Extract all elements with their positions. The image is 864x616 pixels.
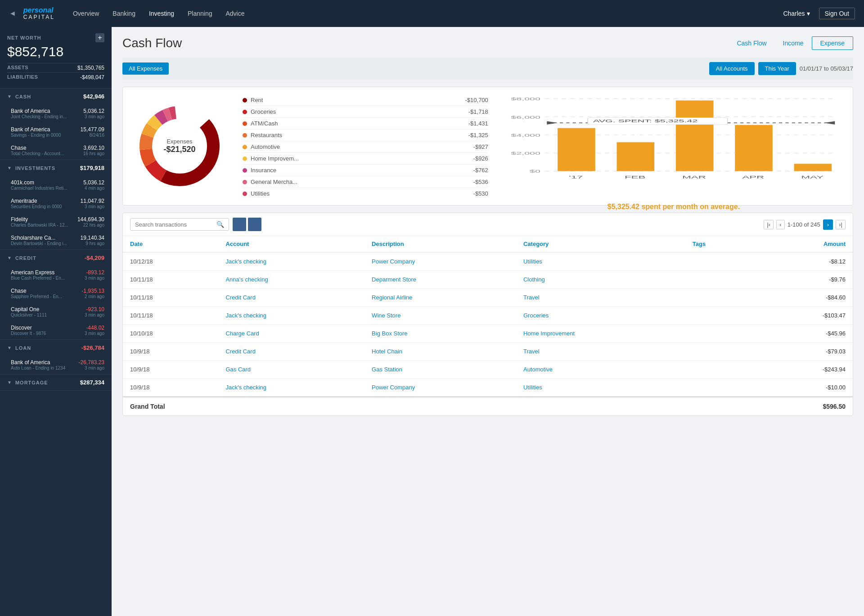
nav-overview[interactable]: Overview [73, 8, 99, 19]
search-input[interactable] [135, 221, 216, 228]
group-chevron: ▼ [7, 345, 12, 350]
chart-section: Expenses -$21,520 Rent -$10,700 Grocerie… [122, 87, 853, 205]
svg-marker-24 [547, 121, 558, 125]
search-box[interactable]: 🔍 [130, 218, 229, 231]
account-item[interactable]: Ameritrade 11,047.92 Securities Ending i… [0, 194, 112, 213]
cell-account[interactable]: Charge Card [218, 325, 364, 343]
table-row[interactable]: 10/9/18 Jack's checking Power Company Ut… [123, 379, 853, 397]
cell-description[interactable]: Power Company [364, 379, 516, 397]
account-value: -893.12 [86, 269, 104, 276]
table-row[interactable]: 10/10/18 Charge Card Big Box Store Home … [123, 325, 853, 343]
nav-advice[interactable]: Advice [225, 8, 244, 19]
back-button[interactable]: ◄ [9, 9, 16, 18]
account-item[interactable]: Bank of America -26,783.23 Auto Loan - E… [0, 356, 112, 374]
next-page-button[interactable]: › [823, 219, 833, 230]
tab-income[interactable]: Income [775, 36, 812, 50]
nav-investing[interactable]: Investing [149, 8, 174, 19]
legend-dot [243, 192, 247, 196]
cell-category[interactable]: Utilities [516, 379, 685, 397]
cell-description[interactable]: Regional Airline [364, 289, 516, 307]
cell-account[interactable]: Credit Card [218, 343, 364, 361]
account-item[interactable]: Chase -1,935.13 Sapphire Preferred - En.… [0, 284, 112, 303]
cell-account[interactable]: Jack's checking [218, 252, 364, 271]
account-item[interactable]: 401k.com 5,036.12 Carmichael Industries … [0, 176, 112, 194]
legend-item: Home Improvem... -$926 [243, 153, 488, 165]
this-year-button[interactable]: This Year [758, 62, 796, 75]
account-item[interactable]: Fidelity 144,694.30 Charles Bartowski IR… [0, 213, 112, 231]
col-account[interactable]: Account [218, 236, 364, 252]
cell-account[interactable]: Jack's checking [218, 379, 364, 397]
group-header-mortgage[interactable]: ▼ MORTGAGE $287,334 [0, 375, 112, 390]
legend-item: Utilities -$530 [243, 188, 488, 198]
account-item[interactable]: Chase 3,692.10 Total Checking - Account.… [0, 141, 112, 160]
transactions-table: Date Account Description Category Tags A… [123, 236, 853, 397]
group-header-cash[interactable]: ▼ CASH $42,946 [0, 89, 112, 104]
account-name: Chase [11, 288, 27, 294]
cell-account[interactable]: Anna's checking [218, 271, 364, 289]
cell-category[interactable]: Travel [516, 289, 685, 307]
cell-account[interactable]: Jack's checking [218, 307, 364, 325]
nav-user[interactable]: Charles ▾ [783, 10, 810, 17]
table-row[interactable]: 10/11/18 Credit Card Regional Airline Tr… [123, 289, 853, 307]
table-row[interactable]: 10/9/18 Gas Card Gas Station Automotive … [123, 361, 853, 379]
all-expenses-button[interactable]: All Expenses [122, 62, 169, 75]
svg-text:'17: '17 [569, 174, 583, 179]
account-detail: Sapphire Preferred - En... [11, 294, 62, 299]
table-row[interactable]: 10/9/18 Credit Card Hotel Chain Travel -… [123, 343, 853, 361]
cell-description[interactable]: Hotel Chain [364, 343, 516, 361]
col-tags[interactable]: Tags [685, 236, 756, 252]
account-item[interactable]: Bank of America 15,477.09 Savings - Endi… [0, 123, 112, 141]
cell-description[interactable]: Deparment Store [364, 271, 516, 289]
legend-dot [243, 98, 247, 103]
col-category[interactable]: Category [516, 236, 685, 252]
cell-description[interactable]: Gas Station [364, 361, 516, 379]
nav-signout[interactable]: Sign Out [819, 8, 855, 19]
account-time: 3 min ago [85, 204, 104, 209]
account-item[interactable]: Scholarshare Ca... 19,140.34 Devin Barto… [0, 231, 112, 250]
bar-jan [558, 128, 595, 171]
cell-description[interactable]: Big Box Store [364, 325, 516, 343]
nav-planning[interactable]: Planning [188, 8, 212, 19]
cell-category[interactable]: Home Improvement [516, 325, 685, 343]
account-value: 15,477.09 [81, 126, 104, 133]
bar-apr [735, 125, 773, 171]
grand-total-value: $596.50 [823, 403, 846, 410]
col-description[interactable]: Description [364, 236, 516, 252]
account-item[interactable]: American Express -893.12 Blue Cash Prefe… [0, 266, 112, 284]
group-header-investments[interactable]: ▼ INVESTMENTS $179,918 [0, 160, 112, 176]
prev-page-button[interactable]: ‹ [776, 220, 784, 229]
view-list-button[interactable] [233, 218, 246, 231]
account-detail: Total Checking - Account... [11, 151, 64, 156]
cell-amount: -$8.12 [756, 252, 853, 271]
table-row[interactable]: 10/11/18 Anna's checking Deparment Store… [123, 271, 853, 289]
account-item[interactable]: Discover -448.02 Discover It - 9876 3 mi… [0, 321, 112, 339]
group-header-credit[interactable]: ▼ CREDIT -$4,209 [0, 250, 112, 266]
group-header-loan[interactable]: ▼ LOAN -$26,784 [0, 340, 112, 356]
nav-banking[interactable]: Banking [112, 8, 135, 19]
add-account-button[interactable]: + [95, 33, 104, 42]
cell-description[interactable]: Power Company [364, 252, 516, 271]
cell-category[interactable]: Clothing [516, 271, 685, 289]
col-date[interactable]: Date [123, 236, 218, 252]
bar-chart: $8,000 $6,000 $4,000 $2,000 $0 '17 [502, 94, 846, 198]
cell-account[interactable]: Gas Card [218, 361, 364, 379]
cell-category[interactable]: Groceries [516, 307, 685, 325]
account-item[interactable]: Capital One -923.10 Quicksilver - 1111 3… [0, 303, 112, 321]
last-page-button[interactable]: ›| [836, 220, 846, 229]
cell-category[interactable]: Automotive [516, 361, 685, 379]
cell-account[interactable]: Credit Card [218, 289, 364, 307]
tab-expense[interactable]: Expense [812, 36, 853, 50]
cell-description[interactable]: Wine Store [364, 307, 516, 325]
first-page-button[interactable]: |‹ [764, 220, 774, 229]
col-amount[interactable]: Amount [756, 236, 853, 252]
all-accounts-button[interactable]: All Accounts [709, 62, 755, 75]
grand-total-row: Grand Total $596.50 [123, 397, 853, 415]
view-grid-button[interactable] [248, 218, 261, 231]
tab-cashflow[interactable]: Cash Flow [729, 36, 774, 50]
cell-category[interactable]: Utilities [516, 252, 685, 271]
cell-category[interactable]: Travel [516, 343, 685, 361]
account-item[interactable]: Bank of America 5,036.12 Joint Checking … [0, 104, 112, 123]
table-row[interactable]: 10/11/18 Jack's checking Wine Store Groc… [123, 307, 853, 325]
table-row[interactable]: 10/12/18 Jack's checking Power Company U… [123, 252, 853, 271]
account-group-loan: ▼ LOAN -$26,784 Bank of America -26,783.… [0, 340, 112, 375]
